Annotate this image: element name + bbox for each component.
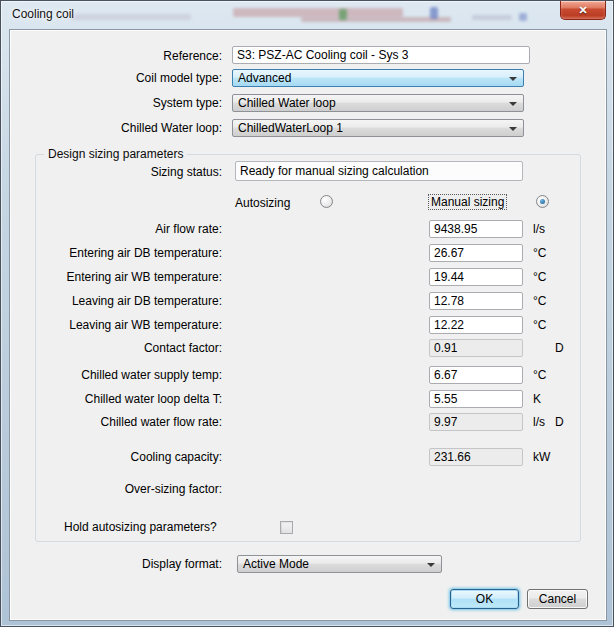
group-label: Design sizing parameters — [44, 147, 187, 161]
chevron-down-icon — [427, 563, 435, 567]
close-button[interactable]: ✕ — [560, 1, 606, 20]
manual-sizing-radio-label: Manual sizing — [428, 194, 507, 210]
ok-button[interactable]: OK — [450, 589, 519, 609]
chilled-water-flow-rate-label: Chilled water flow rate: — [10, 413, 222, 431]
title-bar[interactable]: Cooling coil ✕ — [1, 1, 613, 29]
display-format-select[interactable]: Active Mode — [237, 555, 442, 573]
system-type-value: Chilled Water loop — [238, 95, 336, 112]
air-flow-rate-input[interactable] — [429, 220, 523, 238]
reference-label: Reference: — [10, 47, 222, 65]
glass-blur-artifact — [71, 14, 191, 20]
reference-input[interactable] — [232, 46, 530, 64]
chilled-water-supply-temp-input[interactable] — [429, 366, 523, 384]
chilled-water-supply-temp-unit: °C — [533, 366, 546, 384]
close-icon: ✕ — [561, 1, 605, 19]
chilled-water-loop-label: Chilled Water loop: — [10, 119, 222, 137]
window-title: Cooling coil — [12, 7, 74, 21]
system-type-select[interactable]: Chilled Water loop — [232, 94, 524, 112]
autosizing-radio-label: Autosizing — [235, 196, 290, 210]
chilled-water-flow-rate-unit: l/s — [533, 413, 545, 431]
coil-model-type-value: Advanced — [238, 70, 291, 87]
coil-model-type-label: Coil model type: — [10, 69, 222, 87]
chevron-down-icon — [509, 102, 517, 106]
entering-air-wb-input[interactable] — [429, 268, 523, 286]
cooling-coil-dialog: Cooling coil ✕ Reference: Coil model typ… — [0, 0, 614, 627]
display-format-label: Display format: — [10, 555, 222, 573]
sizing-status-label: Sizing status: — [10, 163, 222, 181]
leaving-air-wb-unit: °C — [533, 316, 546, 334]
glass-blur-artifact — [301, 17, 451, 22]
chevron-down-icon — [509, 127, 517, 131]
entering-air-db-label: Entering air DB temperature: — [10, 244, 222, 262]
contact-factor-label: Contact factor: — [10, 339, 222, 357]
air-flow-rate-unit: l/s — [533, 220, 545, 238]
cooling-capacity-field — [429, 448, 523, 466]
dialog-body: Reference: Coil model type: Advanced Sys… — [9, 29, 607, 621]
glass-blur-artifact — [430, 7, 438, 19]
chilled-water-delta-t-label: Chilled water loop delta T: — [10, 390, 222, 408]
chilled-water-flow-rate-designator: D — [555, 413, 564, 431]
chilled-water-supply-temp-label: Chilled water supply temp: — [10, 366, 222, 384]
system-type-label: System type: — [10, 94, 222, 112]
leaving-air-db-label: Leaving air DB temperature: — [10, 292, 222, 310]
leaving-air-wb-label: Leaving air WB temperature: — [10, 316, 222, 334]
glass-blur-artifact — [472, 15, 512, 20]
chilled-water-delta-t-unit: K — [533, 390, 541, 408]
hold-autosizing-checkbox[interactable] — [280, 521, 293, 534]
cancel-button[interactable]: Cancel — [527, 589, 588, 609]
glass-blur-artifact — [519, 13, 527, 21]
hold-autosizing-label: Hold autosizing parameters? — [64, 520, 217, 534]
manual-sizing-radio[interactable] — [536, 195, 549, 208]
display-format-value: Active Mode — [243, 556, 309, 573]
leaving-air-db-input[interactable] — [429, 292, 523, 310]
chilled-water-loop-value: ChilledWaterLoop 1 — [238, 120, 343, 137]
leaving-air-db-unit: °C — [533, 292, 546, 310]
coil-model-type-select[interactable]: Advanced — [232, 69, 524, 87]
over-sizing-factor-label: Over-sizing factor: — [10, 480, 222, 498]
entering-air-db-input[interactable] — [429, 244, 523, 262]
chevron-down-icon — [509, 77, 517, 81]
entering-air-db-unit: °C — [533, 244, 546, 262]
air-flow-rate-label: Air flow rate: — [10, 220, 222, 238]
glass-blur-artifact — [233, 8, 403, 17]
sizing-status-field: Ready for manual sizing calculation — [235, 161, 523, 181]
cooling-capacity-label: Cooling capacity: — [10, 448, 222, 466]
contact-factor-field — [429, 339, 523, 357]
autosizing-radio[interactable] — [320, 195, 333, 208]
leaving-air-wb-input[interactable] — [429, 316, 523, 334]
glass-blur-artifact — [339, 9, 347, 20]
chilled-water-flow-rate-field — [429, 413, 523, 431]
entering-air-wb-label: Entering air WB temperature: — [10, 268, 222, 286]
cooling-capacity-unit: kW — [533, 448, 550, 466]
contact-factor-designator: D — [555, 339, 564, 357]
entering-air-wb-unit: °C — [533, 268, 546, 286]
chilled-water-delta-t-input[interactable] — [429, 390, 523, 408]
chilled-water-loop-select[interactable]: ChilledWaterLoop 1 — [232, 119, 524, 137]
